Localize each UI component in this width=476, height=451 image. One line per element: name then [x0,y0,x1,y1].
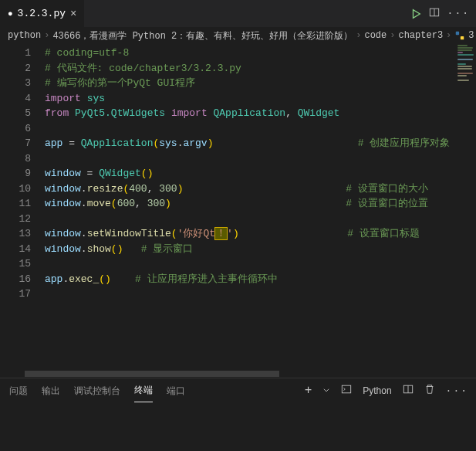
code-text: exec_ [69,273,99,285]
tab-problems[interactable]: 问题 [9,380,28,402]
code-text: move [87,198,111,209]
python-file-icon [454,30,465,41]
tab-output[interactable]: 输出 [42,380,60,402]
code-text: app [45,273,62,285]
chevron-right-icon: › [390,30,395,41]
run-icon[interactable] [410,8,421,19]
svg-rect-4 [343,385,351,393]
code-text: sys [87,93,105,104]
crumb-3[interactable]: chapter3 [398,30,443,41]
code-text: window [45,183,81,195]
tab-filename: 3.2.3.py [18,8,66,19]
code-area[interactable]: # coding=utf-8 # 代码文件: code/chapter3/3.2… [45,44,476,368]
code-text: . [81,183,87,195]
crumb-2[interactable]: code [364,30,387,41]
tab-terminal[interactable]: 终端 [134,379,153,402]
chevron-down-icon[interactable] [322,385,330,397]
modified-indicator: ● [8,9,13,19]
terminal-kernel-label[interactable]: Python [363,385,391,396]
code-text: window [45,198,81,209]
svg-rect-2 [456,32,459,35]
code-text: from [45,107,69,119]
terminal-body[interactable] [0,403,476,451]
code-text: # 设置窗口的大小 [346,183,428,195]
code-text: = [62,137,80,149]
bottom-panel: 问题 输出 调试控制台 终端 端口 + Python ··· [0,378,476,451]
crumb-1[interactable]: 43666，看漫画学 Python 2：有趣、有料、好玩、好用（全彩进阶版） [52,29,353,42]
code-text: 300 [147,198,165,209]
code-text: # 创建应用程序对象 [358,137,451,149]
code-text: QWidget [99,168,141,179]
crumb-4[interactable]: 3. [454,30,476,41]
chevron-right-icon: › [356,30,361,41]
code-text: = [81,168,99,179]
code-text: 300 [159,183,177,195]
code-text: import [171,107,208,119]
breadcrumb[interactable]: python › 43666，看漫画学 Python 2：有趣、有料、好玩、好用… [0,27,476,44]
code-text: 600 [117,198,135,209]
code-text: # 编写你的第一个PyQt GUI程序 [45,77,195,89]
code-text: window [45,243,81,255]
code-text: # 设置窗口标题 [347,228,420,239]
chevron-right-icon: › [44,30,49,41]
code-text: QApplication [81,137,154,149]
tab-bar: ● 3.2.3.py × ··· [0,0,476,27]
code-text: # 代码文件: code/chapter3/3.2.3.py [45,63,241,74]
editor[interactable]: 1234 5678 9101112 13141516 17 # coding=u… [0,44,476,368]
crumb-0[interactable]: python [8,30,41,41]
chevron-right-icon: › [446,30,451,41]
code-text: ' [227,228,233,239]
code-text: # 显示窗口 [141,243,194,255]
split-editor-icon[interactable] [429,7,440,21]
code-text: argv [183,137,207,149]
tab-ports[interactable]: 端口 [167,380,185,402]
panel-actions: + Python ··· [305,378,468,403]
code-text: PyQt5.QtWidgets [75,107,165,119]
code-text: # 让应用程序进入主事件循环中 [135,273,278,285]
trash-icon[interactable] [424,384,435,398]
svg-rect-3 [461,36,464,39]
code-text: , [285,107,298,119]
code-warning-highlight: ！ [215,228,227,239]
tab-actions: ··· [410,0,470,27]
code-text: 400 [129,183,147,195]
code-text: import [45,93,81,104]
more-actions-icon[interactable]: ··· [447,8,470,19]
tab-debug-console[interactable]: 调试控制台 [74,380,120,402]
code-text: QApplication [214,107,286,119]
line-number-gutter: 1234 5678 9101112 13141516 17 [0,44,45,368]
split-terminal-icon[interactable] [403,384,414,398]
scrollbar-thumb[interactable] [25,371,279,377]
code-text: , [147,183,160,195]
code-text: resize [87,183,123,195]
code-text: show [87,243,111,255]
code-text: # 设置窗口的位置 [346,198,428,209]
close-icon[interactable]: × [70,8,76,20]
code-text: # coding=utf-8 [45,47,129,59]
crumb-4-label: 3. [468,30,476,41]
minimap[interactable] [457,45,474,91]
code-text: '你好Qt [177,228,215,239]
code-text: window [45,168,81,179]
code-text: window [45,228,81,239]
panel-tab-bar: 问题 输出 调试控制台 终端 端口 + Python ··· [0,378,476,403]
terminal-profile-icon[interactable] [341,384,352,398]
code-text: QWidget [298,107,340,119]
horizontal-scrollbar[interactable] [0,370,476,378]
code-text: setWindowTitle [87,228,171,239]
code-text: app [45,137,62,149]
code-text: sys [159,137,177,149]
more-panel-actions-icon[interactable]: ··· [446,385,468,397]
new-terminal-icon[interactable]: + [305,384,312,398]
editor-tab[interactable]: ● 3.2.3.py × [0,0,85,27]
